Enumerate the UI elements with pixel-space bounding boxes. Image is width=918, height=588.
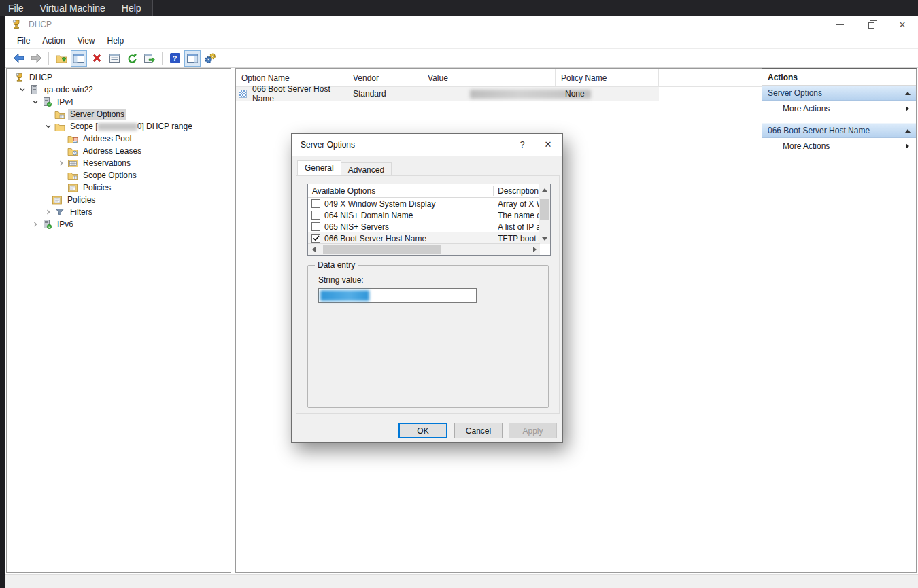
checkbox-checked[interactable] (311, 234, 320, 243)
tab-page-general: Available Options Description 049 X Wind… (296, 175, 560, 414)
up-one-level-button[interactable] (53, 50, 69, 67)
dialog-help-button[interactable]: ? (509, 134, 535, 155)
close-button[interactable]: ✕ (887, 16, 918, 33)
tree-item-ipv6[interactable]: IPv6 (7, 218, 231, 230)
chevron-down-icon[interactable] (16, 84, 29, 96)
submenu-arrow-icon (906, 106, 909, 111)
column-vendor[interactable]: Vendor (347, 69, 422, 87)
chevron-right-icon[interactable] (55, 157, 67, 169)
option-label: 066 Boot Server Host Name (324, 234, 426, 243)
chevron-placeholder (55, 181, 67, 194)
show-action-pane-button[interactable] (184, 50, 201, 67)
restore-button[interactable] (855, 16, 887, 33)
more-actions-066-option[interactable]: More Actions (762, 138, 916, 154)
tab-advanced[interactable]: Advanced (341, 162, 392, 175)
chevron-right-icon[interactable] (42, 206, 54, 218)
vm-menu-virtual-machine[interactable]: Virtual Machine (32, 0, 114, 16)
actions-section-066-option[interactable]: 066 Boot Server Host Name (762, 123, 916, 138)
tree-item-address-pool[interactable]: Address Pool (7, 133, 231, 145)
tree-item-scope-policies[interactable]: Policies (7, 181, 231, 194)
scroll-right-button[interactable] (529, 244, 540, 255)
column-description[interactable]: Description (498, 184, 539, 198)
properties-button[interactable] (106, 50, 122, 67)
vertical-scroll-thumb[interactable] (540, 199, 549, 220)
option-row-066[interactable]: 066 Boot Server Host Name TFTP boot s (308, 232, 540, 244)
column-available-options[interactable]: Available Options (312, 184, 375, 198)
actions-pane-title: Actions (762, 69, 916, 86)
tree-item-dhcp-root[interactable]: DHCP (7, 71, 231, 84)
more-actions-server-options[interactable]: More Actions (762, 101, 916, 116)
checkbox-unchecked[interactable] (311, 222, 320, 231)
tree-item-scope[interactable]: Scope [0] DHCP range (7, 120, 231, 133)
chevron-right-icon[interactable] (29, 218, 41, 230)
minimize-icon (836, 24, 844, 25)
console-tree-pane: DHCP qa-odc-win22 IPv4 Server Options Sc (6, 68, 231, 573)
refresh-button[interactable] (124, 50, 140, 67)
help-button[interactable]: ? (167, 50, 183, 67)
scroll-left-button[interactable] (308, 244, 319, 255)
more-actions-label: More Actions (783, 104, 830, 114)
ipv6-server-icon (41, 220, 52, 229)
option-row-049[interactable]: 049 X Window System Display Array of X W (308, 198, 540, 209)
option-row-065[interactable]: 065 NIS+ Servers A list of IP a (308, 221, 540, 232)
menu-help[interactable]: Help (101, 34, 131, 48)
option-icon (239, 90, 247, 98)
column-policy-name[interactable]: Policy Name (556, 69, 659, 87)
collapse-icon[interactable] (905, 129, 911, 133)
option-label: 065 NIS+ Servers (324, 222, 389, 232)
tab-general[interactable]: General (297, 160, 341, 175)
chevron-down-icon[interactable] (42, 120, 54, 133)
collapse-icon[interactable] (905, 92, 911, 95)
dialog-close-button[interactable]: ✕ (535, 134, 561, 155)
dhcp-gears-button[interactable] (202, 50, 218, 67)
option-description: Array of X W (498, 199, 540, 209)
actions-section-server-options[interactable]: Server Options (762, 86, 916, 101)
action-pane-icon (187, 54, 198, 63)
show-console-tree-button[interactable] (71, 50, 87, 67)
vm-menubar: File Virtual Machine Help (0, 0, 918, 16)
export-list-button[interactable] (141, 50, 158, 67)
option-row[interactable]: 066 Boot Server Host Name Standard None (236, 87, 659, 101)
tree-item-server-options[interactable]: Server Options (7, 108, 231, 120)
menu-file[interactable]: File (11, 34, 36, 48)
cell-policy-name: None (565, 87, 653, 101)
column-value[interactable]: Value (422, 69, 556, 87)
vm-menu-file[interactable]: File (0, 0, 32, 16)
minimize-button[interactable] (824, 16, 855, 33)
vm-menu-help[interactable]: Help (114, 0, 150, 16)
forward-button[interactable] (28, 50, 44, 67)
back-button[interactable] (10, 50, 27, 67)
scroll-down-button[interactable] (539, 233, 550, 244)
column-separator[interactable] (493, 186, 494, 196)
scope-folder-icon (54, 122, 65, 131)
string-value-input[interactable] (318, 288, 477, 303)
ok-button[interactable]: OK (398, 423, 447, 438)
server-options-folder-icon (54, 109, 65, 119)
cancel-button[interactable]: Cancel (454, 423, 503, 438)
tree-item-server[interactable]: qa-odc-win22 (7, 84, 231, 96)
tree-item-filters[interactable]: Filters (7, 206, 231, 218)
checkbox-unchecked[interactable] (311, 199, 320, 208)
tree-item-server-policies[interactable]: Policies (7, 194, 231, 206)
option-row-064[interactable]: 064 NIS+ Domain Name The name o (308, 209, 540, 221)
tree-item-ipv4[interactable]: IPv4 (7, 96, 231, 108)
chevron-down-icon[interactable] (29, 96, 41, 108)
available-options-list: Available Options Description 049 X Wind… (307, 184, 551, 256)
scroll-up-button[interactable] (539, 184, 550, 195)
tree-item-reservations[interactable]: Reservations (7, 157, 231, 169)
horizontal-scrollbar[interactable] (308, 243, 540, 255)
menubar: File Action View Help (5, 33, 918, 48)
tree-item-scope-options[interactable]: Scope Options (7, 169, 231, 181)
toolbar-separator (48, 52, 49, 65)
submenu-arrow-icon (906, 143, 909, 149)
menu-action[interactable]: Action (36, 34, 71, 48)
menu-view[interactable]: View (71, 34, 101, 48)
delete-button[interactable] (88, 50, 105, 67)
tree-item-address-leases[interactable]: Address Leases (7, 145, 231, 157)
delete-icon (92, 53, 102, 63)
vertical-scrollbar[interactable] (539, 184, 550, 244)
apply-button[interactable]: Apply (509, 423, 557, 438)
horizontal-scroll-thumb[interactable] (323, 245, 441, 254)
checkbox-unchecked[interactable] (311, 211, 320, 220)
chevron-placeholder (55, 133, 67, 145)
